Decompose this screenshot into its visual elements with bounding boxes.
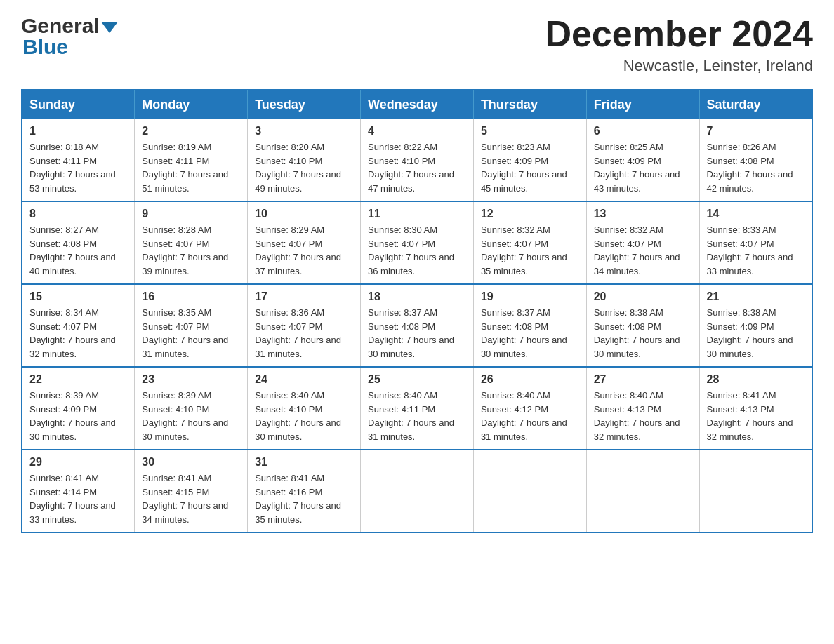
day-info: Sunrise: 8:27 AMSunset: 4:08 PMDaylight:… xyxy=(29,223,127,278)
calendar-week-row: 1Sunrise: 8:18 AMSunset: 4:11 PMDaylight… xyxy=(22,119,812,201)
day-info: Sunrise: 8:40 AMSunset: 4:10 PMDaylight:… xyxy=(255,389,353,443)
weekday-header-tuesday: Tuesday xyxy=(248,90,361,119)
day-info: Sunrise: 8:19 AMSunset: 4:11 PMDaylight:… xyxy=(142,140,240,195)
day-info: Sunrise: 8:25 AMSunset: 4:09 PMDaylight:… xyxy=(594,140,692,195)
day-number: 5 xyxy=(481,125,579,137)
day-info: Sunrise: 8:30 AMSunset: 4:07 PMDaylight:… xyxy=(368,223,466,278)
day-info: Sunrise: 8:38 AMSunset: 4:08 PMDaylight:… xyxy=(594,306,692,361)
day-info: Sunrise: 8:37 AMSunset: 4:08 PMDaylight:… xyxy=(481,306,579,361)
day-number: 20 xyxy=(594,290,692,303)
day-info: Sunrise: 8:29 AMSunset: 4:07 PMDaylight:… xyxy=(255,223,353,278)
day-number: 14 xyxy=(707,208,805,220)
day-number: 17 xyxy=(255,290,353,303)
calendar-day-cell: 10Sunrise: 8:29 AMSunset: 4:07 PMDayligh… xyxy=(248,201,361,284)
calendar-day-cell: 17Sunrise: 8:36 AMSunset: 4:07 PMDayligh… xyxy=(248,284,361,367)
calendar-day-cell: 19Sunrise: 8:37 AMSunset: 4:08 PMDayligh… xyxy=(473,284,586,367)
day-info: Sunrise: 8:23 AMSunset: 4:09 PMDaylight:… xyxy=(481,140,579,195)
day-number: 6 xyxy=(594,125,692,137)
day-number: 9 xyxy=(142,208,240,220)
calendar-day-cell: 25Sunrise: 8:40 AMSunset: 4:11 PMDayligh… xyxy=(361,367,474,450)
calendar-day-cell: 14Sunrise: 8:33 AMSunset: 4:07 PMDayligh… xyxy=(699,201,812,284)
logo-arrow-icon xyxy=(101,22,118,33)
day-info: Sunrise: 8:40 AMSunset: 4:11 PMDaylight:… xyxy=(368,389,466,443)
day-number: 28 xyxy=(707,373,805,386)
logo-blue-text: Blue xyxy=(22,35,118,59)
day-number: 22 xyxy=(29,373,127,386)
day-info: Sunrise: 8:22 AMSunset: 4:10 PMDaylight:… xyxy=(368,140,466,195)
day-number: 19 xyxy=(481,290,579,303)
day-info: Sunrise: 8:26 AMSunset: 4:08 PMDaylight:… xyxy=(707,140,805,195)
day-number: 25 xyxy=(368,373,466,386)
weekday-header-sunday: Sunday xyxy=(22,90,135,119)
calendar-day-cell: 27Sunrise: 8:40 AMSunset: 4:13 PMDayligh… xyxy=(586,367,699,450)
day-info: Sunrise: 8:18 AMSunset: 4:11 PMDaylight:… xyxy=(29,140,127,195)
day-number: 23 xyxy=(142,373,240,386)
calendar-day-cell: 15Sunrise: 8:34 AMSunset: 4:07 PMDayligh… xyxy=(22,284,135,367)
day-info: Sunrise: 8:40 AMSunset: 4:13 PMDaylight:… xyxy=(594,389,692,443)
day-number: 7 xyxy=(707,125,805,137)
month-title: December 2024 xyxy=(545,14,813,54)
calendar-day-cell: 7Sunrise: 8:26 AMSunset: 4:08 PMDaylight… xyxy=(699,119,812,201)
day-info: Sunrise: 8:41 AMSunset: 4:14 PMDaylight:… xyxy=(29,471,127,526)
calendar-day-cell: 22Sunrise: 8:39 AMSunset: 4:09 PMDayligh… xyxy=(22,367,135,450)
calendar-week-row: 8Sunrise: 8:27 AMSunset: 4:08 PMDaylight… xyxy=(22,201,812,284)
weekday-header-wednesday: Wednesday xyxy=(361,90,474,119)
calendar-day-cell: 6Sunrise: 8:25 AMSunset: 4:09 PMDaylight… xyxy=(586,119,699,201)
weekday-header-thursday: Thursday xyxy=(473,90,586,119)
weekday-header-saturday: Saturday xyxy=(699,90,812,119)
calendar-day-cell: 3Sunrise: 8:20 AMSunset: 4:10 PMDaylight… xyxy=(248,119,361,201)
calendar-day-cell xyxy=(586,450,699,532)
calendar-day-cell xyxy=(699,450,812,532)
day-info: Sunrise: 8:39 AMSunset: 4:09 PMDaylight:… xyxy=(29,389,127,443)
day-info: Sunrise: 8:32 AMSunset: 4:07 PMDaylight:… xyxy=(594,223,692,278)
calendar-day-cell: 8Sunrise: 8:27 AMSunset: 4:08 PMDaylight… xyxy=(22,201,135,284)
weekday-header-monday: Monday xyxy=(135,90,248,119)
day-info: Sunrise: 8:41 AMSunset: 4:16 PMDaylight:… xyxy=(255,471,353,526)
day-info: Sunrise: 8:41 AMSunset: 4:13 PMDaylight:… xyxy=(707,389,805,443)
day-info: Sunrise: 8:39 AMSunset: 4:10 PMDaylight:… xyxy=(142,389,240,443)
day-info: Sunrise: 8:35 AMSunset: 4:07 PMDaylight:… xyxy=(142,306,240,361)
calendar-day-cell: 11Sunrise: 8:30 AMSunset: 4:07 PMDayligh… xyxy=(361,201,474,284)
day-number: 4 xyxy=(368,125,466,137)
day-number: 11 xyxy=(368,208,466,220)
weekday-header-friday: Friday xyxy=(586,90,699,119)
calendar-day-cell: 16Sunrise: 8:35 AMSunset: 4:07 PMDayligh… xyxy=(135,284,248,367)
day-number: 10 xyxy=(255,208,353,220)
location-title: Newcastle, Leinster, Ireland xyxy=(545,57,813,75)
calendar-day-cell: 2Sunrise: 8:19 AMSunset: 4:11 PMDaylight… xyxy=(135,119,248,201)
calendar-day-cell: 21Sunrise: 8:38 AMSunset: 4:09 PMDayligh… xyxy=(699,284,812,367)
calendar-day-cell: 24Sunrise: 8:40 AMSunset: 4:10 PMDayligh… xyxy=(248,367,361,450)
calendar-day-cell: 1Sunrise: 8:18 AMSunset: 4:11 PMDaylight… xyxy=(22,119,135,201)
calendar-day-cell: 12Sunrise: 8:32 AMSunset: 4:07 PMDayligh… xyxy=(473,201,586,284)
day-info: Sunrise: 8:38 AMSunset: 4:09 PMDaylight:… xyxy=(707,306,805,361)
day-number: 27 xyxy=(594,373,692,386)
calendar-day-cell: 26Sunrise: 8:40 AMSunset: 4:12 PMDayligh… xyxy=(473,367,586,450)
day-number: 2 xyxy=(142,125,240,137)
day-info: Sunrise: 8:32 AMSunset: 4:07 PMDaylight:… xyxy=(481,223,579,278)
day-number: 3 xyxy=(255,125,353,137)
calendar-week-row: 22Sunrise: 8:39 AMSunset: 4:09 PMDayligh… xyxy=(22,367,812,450)
calendar-day-cell: 9Sunrise: 8:28 AMSunset: 4:07 PMDaylight… xyxy=(135,201,248,284)
day-number: 24 xyxy=(255,373,353,386)
calendar-day-cell: 30Sunrise: 8:41 AMSunset: 4:15 PMDayligh… xyxy=(135,450,248,532)
calendar-week-row: 15Sunrise: 8:34 AMSunset: 4:07 PMDayligh… xyxy=(22,284,812,367)
day-info: Sunrise: 8:40 AMSunset: 4:12 PMDaylight:… xyxy=(481,389,579,443)
calendar-day-cell: 18Sunrise: 8:37 AMSunset: 4:08 PMDayligh… xyxy=(361,284,474,367)
day-number: 18 xyxy=(368,290,466,303)
day-info: Sunrise: 8:37 AMSunset: 4:08 PMDaylight:… xyxy=(368,306,466,361)
day-info: Sunrise: 8:28 AMSunset: 4:07 PMDaylight:… xyxy=(142,223,240,278)
day-info: Sunrise: 8:34 AMSunset: 4:07 PMDaylight:… xyxy=(29,306,127,361)
day-number: 29 xyxy=(29,456,127,469)
calendar-day-cell: 23Sunrise: 8:39 AMSunset: 4:10 PMDayligh… xyxy=(135,367,248,450)
day-info: Sunrise: 8:33 AMSunset: 4:07 PMDaylight:… xyxy=(707,223,805,278)
calendar-week-row: 29Sunrise: 8:41 AMSunset: 4:14 PMDayligh… xyxy=(22,450,812,532)
day-number: 16 xyxy=(142,290,240,303)
day-number: 21 xyxy=(707,290,805,303)
calendar-day-cell: 20Sunrise: 8:38 AMSunset: 4:08 PMDayligh… xyxy=(586,284,699,367)
day-number: 13 xyxy=(594,208,692,220)
calendar-day-cell: 29Sunrise: 8:41 AMSunset: 4:14 PMDayligh… xyxy=(22,450,135,532)
logo-general-text: General xyxy=(21,14,100,38)
day-number: 8 xyxy=(29,208,127,220)
calendar-day-cell: 13Sunrise: 8:32 AMSunset: 4:07 PMDayligh… xyxy=(586,201,699,284)
day-number: 12 xyxy=(481,208,579,220)
